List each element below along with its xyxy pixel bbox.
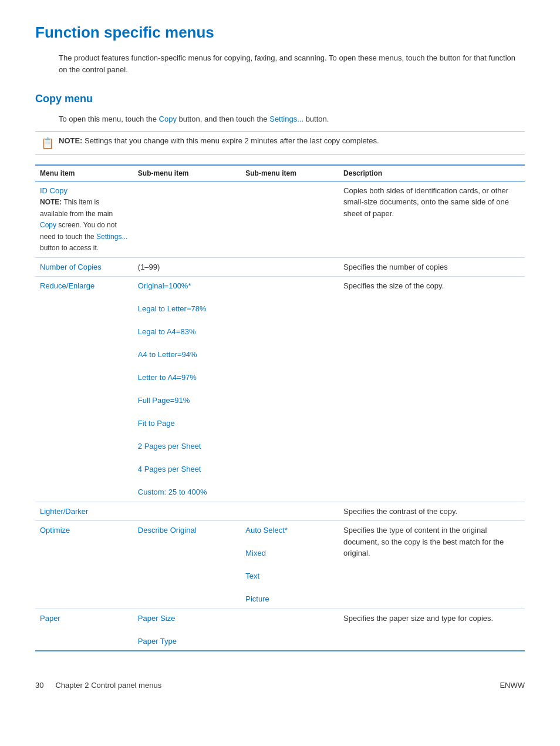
table-row: Paper Paper Size Paper Type Specifies th… — [35, 609, 525, 651]
num-copies-sub1: (1–99) — [133, 257, 241, 277]
col-header-sub2: Sub-menu item — [241, 165, 339, 182]
sub1-fittopage[interactable]: Fit to Page — [138, 419, 175, 428]
describe-original-link[interactable]: Describe Original — [138, 526, 197, 535]
footer-right: ENWW — [500, 681, 525, 690]
sub1-custom[interactable]: Custom: 25 to 400% — [138, 488, 207, 496]
intro-after: button. — [303, 115, 329, 123]
sub1-fullpage[interactable]: Full Page=91% — [138, 396, 190, 405]
reduce-enlarge-link[interactable]: Reduce/Enlarge — [40, 281, 95, 290]
table-row: ID Copy NOTE: This item is available fro… — [35, 181, 525, 257]
page-title: Function specific menus — [35, 23, 525, 42]
note-content: Settings that you change with this menu … — [85, 136, 379, 145]
note-icon: 📋 — [41, 137, 54, 150]
id-copy-note: NOTE: This item is available from the ma… — [40, 198, 127, 252]
intro-before-copy: To open this menu, touch the — [59, 115, 159, 123]
id-copy-sub2 — [241, 181, 339, 257]
sub1-a4-letter[interactable]: A4 to Letter=94% — [138, 350, 197, 359]
reduce-enlarge-desc: Specifies the size of the copy. — [339, 277, 525, 502]
footer-left: 30 Chapter 2 Control panel menus — [35, 681, 161, 690]
sub1-legal-a4[interactable]: Legal to A4=83% — [138, 327, 196, 336]
table-header-row: Menu item Sub-menu item Sub-menu item De… — [35, 165, 525, 182]
id-copy-note-label: NOTE: — [40, 198, 62, 206]
paper-desc: Specifies the paper size and type for co… — [339, 609, 525, 651]
auto-select-link[interactable]: Auto Select* — [245, 526, 288, 535]
col-header-desc: Description — [339, 165, 525, 182]
optimize-desc: Specifies the type of content in the ori… — [339, 521, 525, 609]
lighter-darker-sub2 — [241, 502, 339, 521]
sub1-letter-a4[interactable]: Letter to A4=97% — [138, 373, 197, 382]
menu-item-id-copy: ID Copy NOTE: This item is available fro… — [35, 181, 133, 257]
id-copy-note-settings-link[interactable]: Settings... — [96, 233, 127, 241]
paper-sub2 — [241, 609, 339, 651]
lighter-darker-link[interactable]: Lighter/Darker — [40, 507, 88, 516]
intro-text: The product features function-specific m… — [59, 52, 525, 75]
sub1-legal-letter[interactable]: Legal to Letter=78% — [138, 304, 207, 313]
page-footer: 30 Chapter 2 Control panel menus ENWW — [35, 675, 525, 690]
menu-item-paper: Paper — [35, 609, 133, 651]
reduce-enlarge-sub2 — [241, 277, 339, 502]
picture-link[interactable]: Picture — [245, 594, 269, 603]
sub1-original100[interactable]: Original=100%* — [138, 281, 191, 290]
optimize-sub1: Describe Original — [133, 521, 241, 609]
settings-link[interactable]: Settings... — [269, 115, 303, 123]
table-row: Optimize Describe Original Auto Select* … — [35, 521, 525, 609]
col-header-sub1: Sub-menu item — [133, 165, 241, 182]
footer-page-number: 30 — [35, 681, 43, 690]
id-copy-desc: Copies both sides of identification card… — [339, 181, 525, 257]
num-copies-range: (1–99) — [138, 263, 160, 271]
menu-item-optimize: Optimize — [35, 521, 133, 609]
num-copies-sub2 — [241, 257, 339, 277]
paper-sub1: Paper Size Paper Type — [133, 609, 241, 651]
table-row: Number of Copies (1–99) Specifies the nu… — [35, 257, 525, 277]
menu-item-num-copies: Number of Copies — [35, 257, 133, 277]
note-label: NOTE: — [59, 136, 82, 145]
id-copy-sub1 — [133, 181, 241, 257]
paper-size-link[interactable]: Paper Size — [138, 614, 176, 623]
lighter-darker-sub1 — [133, 502, 241, 521]
menu-item-lighter-darker: Lighter/Darker — [35, 502, 133, 521]
table-row: Reduce/Enlarge Original=100%* Legal to L… — [35, 277, 525, 502]
num-copies-desc: Specifies the number of copies — [339, 257, 525, 277]
menu-item-reduce-enlarge: Reduce/Enlarge — [35, 277, 133, 502]
reduce-enlarge-sub1: Original=100%* Legal to Letter=78% Legal… — [133, 277, 241, 502]
intro-middle: button, and then touch the — [177, 115, 269, 123]
section-title: Copy menu — [35, 93, 525, 105]
optimize-link[interactable]: Optimize — [40, 526, 70, 535]
copy-link[interactable]: Copy — [159, 115, 177, 123]
id-copy-note-copy-link[interactable]: Copy — [40, 221, 56, 229]
col-header-menu: Menu item — [35, 165, 133, 182]
num-copies-link[interactable]: Number of Copies — [40, 263, 102, 271]
note-text: NOTE: Settings that you change with this… — [59, 136, 379, 145]
sub1-4pages[interactable]: 4 Pages per Sheet — [138, 465, 201, 473]
section-intro: To open this menu, touch the Copy button… — [59, 113, 525, 125]
lighter-darker-desc: Specifies the contrast of the copy. — [339, 502, 525, 521]
mixed-link[interactable]: Mixed — [245, 549, 266, 557]
paper-type-link[interactable]: Paper Type — [138, 637, 177, 646]
sub1-2pages[interactable]: 2 Pages per Sheet — [138, 442, 201, 451]
id-copy-link[interactable]: ID Copy — [40, 186, 68, 195]
footer-chapter: Chapter 2 Control panel menus — [55, 681, 161, 690]
note-box: 📋 NOTE: Settings that you change with th… — [35, 131, 525, 155]
table-row: Lighter/Darker Specifies the contrast of… — [35, 502, 525, 521]
page-container: Function specific menus The product feat… — [0, 0, 560, 725]
text-link[interactable]: Text — [245, 572, 259, 580]
optimize-sub2: Auto Select* Mixed Text Picture — [241, 521, 339, 609]
paper-link[interactable]: Paper — [40, 614, 60, 623]
menu-table: Menu item Sub-menu item Sub-menu item De… — [35, 164, 525, 652]
